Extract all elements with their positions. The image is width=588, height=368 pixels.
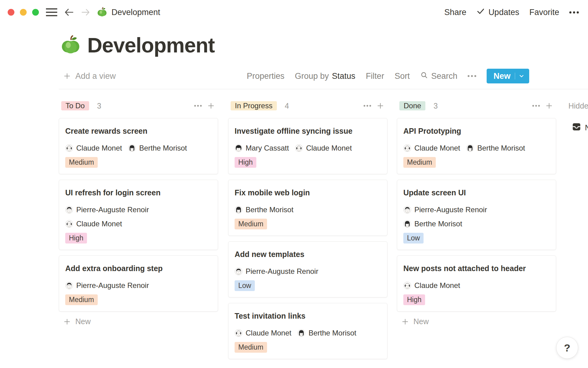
close-window-button[interactable] — [8, 9, 14, 16]
status-badge-done: Done — [399, 101, 425, 110]
column-header: In Progress 4 — [228, 101, 387, 110]
green-apple-icon — [61, 35, 81, 56]
card-title: UI refresh for login screen — [65, 187, 212, 198]
assignee: Claude Monet — [403, 144, 460, 153]
column-more-icon[interactable] — [532, 105, 540, 107]
avatar-berthe-morisot — [297, 329, 305, 337]
card[interactable]: Create rewards screen Claude Monet Berth… — [59, 118, 218, 174]
priority-badge: Medium — [235, 219, 267, 229]
priority-badge: Low — [235, 280, 255, 291]
priority-badge: Medium — [403, 157, 436, 168]
card[interactable]: Add new templates Pierre-Auguste Renoir … — [228, 241, 387, 297]
column-add-icon[interactable] — [545, 102, 553, 110]
card[interactable]: UI refresh for login screen Pierre-Augus… — [59, 180, 218, 250]
avatar-claude-monet — [403, 282, 411, 289]
status-badge-in-progress: In Progress — [231, 101, 277, 110]
updates-button[interactable]: Updates — [477, 7, 519, 17]
priority-badge: Medium — [65, 157, 98, 168]
add-view-button[interactable]: Add a view — [63, 71, 116, 81]
card-title: Fix mobile web login — [235, 187, 381, 198]
card[interactable]: Fix mobile web login Berthe Morisot Medi… — [228, 180, 387, 236]
inbox-icon — [572, 122, 581, 133]
share-button[interactable]: Share — [444, 8, 466, 17]
assignee: Claude Monet — [65, 219, 212, 228]
card[interactable]: Add extra onboarding step Pierre-Auguste… — [59, 255, 218, 312]
card-title: Add extra onboarding step — [65, 263, 212, 274]
menu-icon[interactable] — [46, 8, 57, 16]
hidden-columns-area: Hidden N — [568, 101, 588, 133]
toolbar-divider — [59, 89, 588, 89]
column-header: Done 3 — [397, 101, 556, 110]
view-toolbar: Add a view Properties Group by Status Fi… — [59, 69, 529, 83]
card-title: Add new templates — [235, 249, 381, 259]
minimize-window-button[interactable] — [20, 9, 27, 16]
priority-badge: Low — [403, 233, 424, 243]
assignee: Berthe Morisot — [403, 219, 550, 228]
column-count: 4 — [285, 102, 289, 110]
avatar-pierre-auguste-renoir — [403, 206, 411, 214]
back-icon[interactable] — [64, 7, 74, 17]
avatar-berthe-morisot — [235, 206, 243, 214]
card[interactable]: Investigate offline syncing issue Mary C… — [228, 118, 387, 174]
avatar-pierre-auguste-renoir — [65, 282, 73, 289]
group-by-button[interactable]: Group by Status — [295, 71, 356, 81]
check-icon — [477, 7, 485, 17]
avatar-berthe-morisot — [128, 144, 136, 152]
card[interactable]: New posts not attached to header Claude … — [397, 255, 556, 312]
avatar-pierre-auguste-renoir — [65, 206, 73, 214]
add-card-button[interactable]: New — [59, 317, 218, 326]
more-options-icon[interactable] — [569, 11, 579, 13]
avatar-claude-monet — [403, 144, 411, 152]
priority-badge: High — [235, 157, 256, 168]
assignee: Berthe Morisot — [128, 144, 187, 153]
titlebar: Development Share Updates Favorite — [0, 0, 588, 25]
assignee: Claude Monet — [295, 144, 352, 153]
group-by-value: Status — [332, 71, 356, 81]
page-title: Development — [87, 33, 215, 57]
column-add-icon[interactable] — [376, 102, 384, 110]
column-count: 3 — [97, 102, 101, 110]
favorite-button[interactable]: Favorite — [529, 8, 559, 17]
assignee: Claude Monet — [65, 144, 122, 153]
filter-button[interactable]: Filter — [366, 71, 384, 81]
priority-badge: Medium — [235, 342, 267, 353]
column-more-icon[interactable] — [363, 105, 371, 107]
column-more-icon[interactable] — [194, 105, 202, 107]
assignee: Pierre-Auguste Renoir — [65, 205, 212, 214]
avatar-claude-monet — [65, 144, 73, 152]
add-card-button[interactable]: New — [397, 317, 556, 326]
avatar-claude-monet — [65, 220, 73, 228]
card[interactable]: API Prototyping Claude Monet Berthe Mori… — [397, 118, 556, 174]
status-badge-todo: To Do — [61, 101, 89, 110]
column-add-icon[interactable] — [207, 102, 215, 110]
properties-button[interactable]: Properties — [247, 71, 285, 81]
view-more-icon[interactable] — [468, 75, 476, 77]
hidden-columns-toggle[interactable]: Hidden — [568, 101, 588, 110]
search-button[interactable]: Search — [420, 71, 458, 81]
chevron-down-icon[interactable] — [515, 73, 525, 79]
avatar-claude-monet — [295, 144, 303, 152]
card[interactable]: Test invitation links Claude Monet Berth… — [228, 303, 387, 359]
card[interactable]: Update screen UI Pierre-Auguste Renoir B… — [397, 180, 556, 250]
priority-badge: Medium — [65, 294, 98, 305]
help-button[interactable]: ? — [556, 337, 578, 359]
card-title: Investigate offline syncing issue — [235, 126, 381, 136]
forward-icon[interactable] — [81, 7, 90, 17]
new-button[interactable]: New — [487, 69, 529, 83]
card-title: Update screen UI — [403, 187, 550, 198]
assignee: Berthe Morisot — [235, 205, 293, 214]
column-header: To Do 3 — [59, 101, 218, 110]
board-column-done: Done 3 API Prototyping Claude Monet Bert… — [397, 101, 556, 326]
avatar-claude-monet — [235, 329, 243, 337]
green-apple-icon — [97, 7, 107, 18]
assignee: Claude Monet — [235, 328, 291, 338]
assignee: Berthe Morisot — [297, 328, 356, 338]
traffic-lights — [8, 9, 39, 16]
hidden-group[interactable]: N — [572, 122, 588, 133]
avatar-pierre-auguste-renoir — [235, 267, 243, 275]
card-title: New posts not attached to header — [403, 263, 550, 274]
sort-button[interactable]: Sort — [394, 71, 410, 81]
zoom-window-button[interactable] — [32, 9, 39, 16]
assignee: Pierre-Auguste Renoir — [403, 205, 550, 214]
assignee: Berthe Morisot — [466, 144, 525, 153]
